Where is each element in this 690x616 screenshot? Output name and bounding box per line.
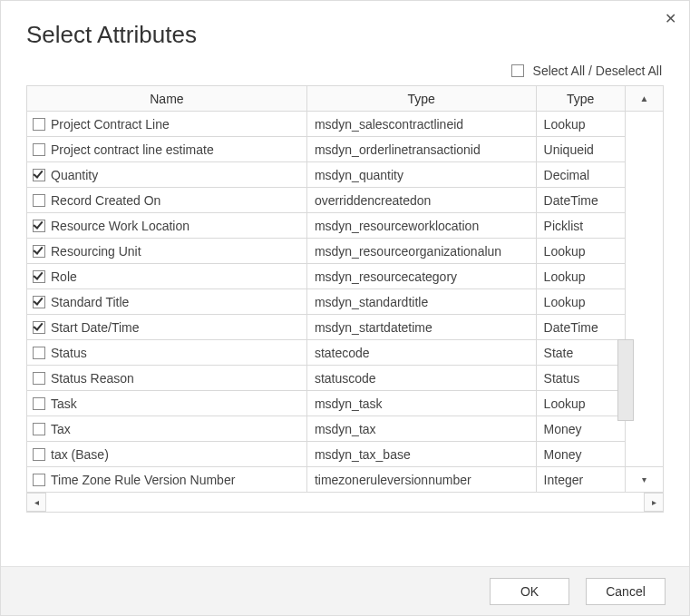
table-row[interactable]: Start Date/Timemsdyn_startdatetimeDateTi… — [27, 315, 664, 340]
scroll-right-button[interactable]: ▸ — [644, 493, 664, 512]
row-checkbox[interactable] — [33, 347, 45, 359]
scroll-track-cell — [625, 137, 663, 162]
table-row[interactable]: Project contract line estimatemsdyn_orde… — [27, 137, 664, 162]
select-all-checkbox[interactable] — [511, 64, 524, 77]
attributes-grid: Name Type Type ▲ Project Contract Linems… — [26, 85, 664, 493]
row-type1: msdyn_standardtitle — [306, 289, 536, 315]
row-type2: Lookup — [536, 289, 625, 315]
row-checkbox[interactable] — [33, 220, 45, 232]
select-all-label[interactable]: Select All / Deselect All — [533, 64, 662, 78]
row-checkbox[interactable] — [33, 474, 45, 486]
select-all-row: Select All / Deselect All — [1, 58, 689, 85]
row-checkbox[interactable] — [33, 245, 45, 258]
row-checkbox[interactable] — [33, 118, 45, 131]
row-type1: statuscode — [306, 366, 536, 391]
scroll-down-button[interactable]: ▾ — [625, 467, 663, 493]
scroll-track-cell — [625, 239, 663, 264]
row-type2: Lookup — [536, 239, 625, 264]
table-row[interactable]: Resourcing Unitmsdyn_resourceorganizatio… — [27, 239, 664, 264]
row-type2: Money — [536, 442, 625, 467]
table-row[interactable]: Record Created OnoverriddencreatedonDate… — [27, 188, 664, 213]
row-checkbox[interactable] — [33, 270, 45, 283]
cancel-button[interactable]: Cancel — [586, 578, 666, 605]
row-type1: msdyn_salescontractlineid — [306, 112, 536, 137]
dialog-title: Select Attributes — [1, 1, 689, 58]
table-row[interactable]: Taxmsdyn_taxMoney — [27, 416, 664, 442]
scroll-track-cell — [625, 264, 663, 289]
row-checkbox[interactable] — [33, 372, 45, 385]
scroll-track-cell — [625, 315, 663, 340]
row-name: Status — [51, 346, 87, 360]
row-name: Project Contract Line — [51, 117, 170, 132]
row-type2: Lookup — [536, 391, 625, 416]
row-type2: Lookup — [536, 264, 625, 289]
row-type2: Decimal — [536, 162, 625, 188]
row-type1: msdyn_tax — [306, 416, 536, 442]
row-type1: msdyn_startdatetime — [306, 315, 536, 340]
row-name: Task — [51, 396, 77, 411]
table-row[interactable]: Rolemsdyn_resourcecategoryLookup — [27, 264, 664, 289]
row-type2: Money — [536, 416, 625, 442]
table-row[interactable]: Standard Titlemsdyn_standardtitleLookup — [27, 289, 664, 315]
table-row[interactable]: Resource Work Locationmsdyn_resourcework… — [27, 213, 664, 239]
row-checkbox[interactable] — [33, 397, 45, 410]
row-type1: msdyn_orderlinetransactionid — [306, 137, 536, 162]
row-name: Project contract line estimate — [51, 142, 214, 157]
close-icon[interactable]: ✕ — [665, 10, 676, 27]
table-row[interactable]: Time Zone Rule Version Numbertimezonerul… — [27, 467, 664, 493]
dialog-button-bar: OK Cancel — [1, 566, 689, 615]
scroll-track-cell — [625, 289, 663, 315]
row-name: Time Zone Rule Version Number — [51, 473, 235, 487]
table-row[interactable]: Status ReasonstatuscodeStatus — [27, 366, 664, 391]
row-type2: Status — [536, 366, 625, 391]
row-checkbox[interactable] — [33, 321, 45, 334]
scroll-track-cell — [625, 442, 663, 467]
row-type1: timezoneruleversionnumber — [306, 467, 536, 493]
column-header-type2[interactable]: Type — [536, 86, 625, 112]
row-name: Quantity — [51, 168, 98, 182]
row-type1: msdyn_resourceorganizationalun — [306, 239, 536, 264]
row-name: Record Created On — [51, 193, 160, 208]
row-type1: msdyn_quantity — [306, 162, 536, 188]
row-name: Start Date/Time — [51, 320, 140, 335]
row-name: Resourcing Unit — [51, 244, 141, 259]
scroll-left-button[interactable]: ◂ — [26, 493, 46, 512]
table-row[interactable]: Quantitymsdyn_quantityDecimal — [27, 162, 664, 188]
select-attributes-dialog: ✕ Select Attributes Select All / Deselec… — [0, 0, 690, 616]
row-checkbox[interactable] — [33, 143, 45, 156]
table-header-row: Name Type Type ▲ — [27, 86, 664, 112]
row-type1: overriddencreatedon — [306, 188, 536, 213]
row-type2: State — [536, 340, 625, 366]
table-row[interactable]: tax (Base)msdyn_tax_baseMoney — [27, 442, 664, 467]
row-type2: Integer — [536, 467, 625, 493]
row-type1: msdyn_resourcecategory — [306, 264, 536, 289]
row-name: Standard Title — [51, 295, 129, 309]
row-type2: Lookup — [536, 112, 625, 137]
vertical-scrollbar-thumb[interactable] — [617, 339, 634, 421]
scroll-track-cell — [625, 112, 663, 137]
row-type1: msdyn_resourceworklocation — [306, 213, 536, 239]
row-checkbox[interactable] — [33, 169, 45, 181]
horizontal-scrollbar[interactable]: ◂ ▸ — [26, 493, 664, 513]
row-type2: DateTime — [536, 315, 625, 340]
scroll-track-cell — [625, 188, 663, 213]
ok-button[interactable]: OK — [490, 578, 569, 605]
scroll-up-button[interactable]: ▲ — [625, 86, 663, 112]
row-checkbox[interactable] — [33, 448, 45, 461]
row-name: Role — [51, 269, 77, 284]
row-checkbox[interactable] — [33, 296, 45, 308]
column-header-name[interactable]: Name — [27, 86, 307, 112]
scroll-track-cell — [625, 213, 663, 239]
table-row[interactable]: Taskmsdyn_taskLookup — [27, 391, 664, 416]
row-type1: msdyn_tax_base — [306, 442, 536, 467]
row-type2: Uniqueid — [536, 137, 625, 162]
row-name: tax (Base) — [51, 447, 109, 462]
row-name: Resource Work Location — [51, 219, 190, 233]
table-row[interactable]: StatusstatecodeState — [27, 340, 664, 366]
row-checkbox[interactable] — [33, 194, 45, 207]
column-header-type1[interactable]: Type — [306, 86, 536, 112]
row-checkbox[interactable] — [33, 423, 45, 435]
row-name: Status Reason — [51, 371, 134, 386]
table-row[interactable]: Project Contract Linemsdyn_salescontract… — [27, 112, 664, 137]
scroll-track-cell — [625, 162, 663, 188]
